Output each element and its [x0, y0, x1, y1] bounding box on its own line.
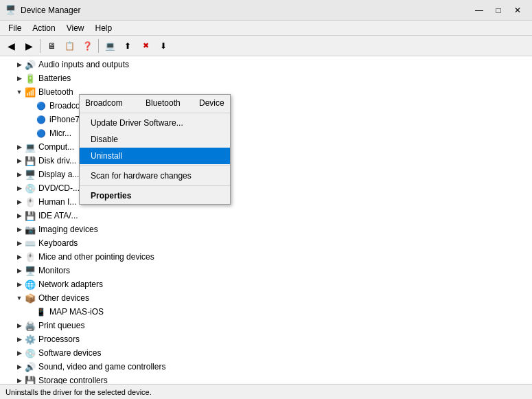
icon-network: 🌐 — [25, 279, 36, 290]
main-content: ▶ 🔊 Audio inputs and outputs ▶ 🔋 Batteri… — [0, 56, 532, 384]
minimize-button[interactable]: — — [470, 3, 488, 17]
menu-action[interactable]: Action — [27, 22, 60, 34]
icon-display: 🖥️ — [25, 169, 36, 180]
menu-view[interactable]: View — [61, 22, 90, 34]
toolbar-download[interactable]: ⬇ — [155, 38, 172, 54]
label-print: Print queues — [38, 321, 84, 330]
toolbar-forward[interactable]: ▶ — [21, 38, 37, 54]
tree-item-imaging[interactable]: ▶ 📷 Imaging devices — [0, 223, 532, 236]
expand-arrow-hid: ▶ — [14, 196, 25, 207]
menu-bar: File Action View Help — [0, 21, 532, 36]
icon-print: 🖨️ — [25, 320, 36, 331]
label-processors: Processors — [38, 334, 80, 344]
title-bar-left: 🖥️ Device Manager — [5, 5, 80, 16]
icon-broadcom: 🔵 — [36, 100, 47, 111]
label-iphone7: iPhone7 — [49, 115, 80, 124]
tree-item-processors[interactable]: ▶ ⚙️ Processors — [0, 332, 532, 346]
tree-item-network[interactable]: ▶ 🌐 Network adapters — [0, 277, 532, 291]
tree-item-mice[interactable]: ▶ 🖱️ Mice and other pointing devices — [0, 250, 532, 264]
toolbar-uninstall[interactable]: ✖ — [137, 38, 154, 54]
expand-arrow-audio: ▶ — [14, 59, 25, 70]
context-menu-separator-0 — [80, 113, 230, 113]
tree-item-monitors[interactable]: ▶ 🖥️ Monitors — [0, 264, 532, 277]
expand-arrow-sound: ▶ — [14, 361, 25, 372]
toolbar-back[interactable]: ◀ — [3, 38, 19, 54]
status-bar: Uninstalls the driver for the selected d… — [0, 384, 532, 399]
icon-microsoft-bt: 🔵 — [36, 128, 47, 139]
toolbar-separator-1 — [40, 39, 41, 53]
close-button[interactable]: ✕ — [509, 3, 527, 17]
tree-item-sound[interactable]: ▶ 🔊 Sound, video and game controllers — [0, 360, 532, 374]
icon-batteries: 🔋 — [25, 73, 36, 84]
label-batteries: Batteries — [38, 73, 71, 83]
icon-hid: 🖱️ — [25, 196, 36, 207]
icon-storage: 💾 — [25, 375, 36, 384]
expand-arrow-computer: ▶ — [14, 141, 25, 152]
tree-item-software[interactable]: ▶ 💿 Software devices — [0, 346, 532, 360]
icon-sound: 🔊 — [25, 361, 36, 372]
context-menu-header: Broadcom Bluetooth Device — [80, 95, 230, 111]
tree-item-batteries[interactable]: ▶ 🔋 Batteries — [0, 71, 532, 85]
context-menu-uninstall[interactable]: Uninstall — [80, 148, 230, 164]
expand-arrow-broadcom — [25, 100, 36, 111]
title-bar-controls: — □ ✕ — [470, 3, 527, 17]
toolbar-update[interactable]: ⬆ — [119, 38, 136, 54]
toolbar-help[interactable]: ❓ — [79, 38, 95, 54]
expand-arrow-processors: ▶ — [14, 334, 25, 345]
expand-arrow-print: ▶ — [14, 320, 25, 331]
label-imaging: Imaging devices — [38, 225, 98, 234]
menu-file[interactable]: File — [3, 22, 27, 34]
icon-keyboards: ⌨️ — [25, 238, 36, 249]
icon-map-mas: 📱 — [36, 306, 47, 317]
expand-arrow-disk: ▶ — [14, 155, 25, 166]
maximize-button[interactable]: □ — [489, 3, 507, 17]
label-hid: Human I... — [38, 197, 76, 207]
label-network: Network adapters — [38, 280, 103, 289]
toolbar-properties[interactable]: 📋 — [61, 38, 78, 54]
context-menu: Broadcom Bluetooth Device Update Driver … — [79, 94, 231, 205]
tree-item-map-mas[interactable]: 📱 MAP MAS-iOS — [0, 305, 532, 319]
icon-software: 💿 — [25, 347, 36, 358]
icon-iphone7: 🔵 — [36, 114, 47, 125]
app-icon: 🖥️ — [5, 5, 16, 16]
toolbar-driver[interactable]: 💻 — [102, 38, 118, 54]
expand-arrow-iphone7 — [25, 114, 36, 125]
label-keyboards: Keyboards — [38, 238, 78, 248]
tree-item-keyboards[interactable]: ▶ ⌨️ Keyboards — [0, 236, 532, 250]
tree-item-storage[interactable]: ▶ 💾 Storage controllers — [0, 374, 532, 384]
expand-arrow-storage: ▶ — [14, 375, 25, 384]
toolbar-computer[interactable]: 🖥 — [43, 38, 60, 54]
context-menu-scan[interactable]: Scan for hardware changes — [80, 168, 230, 184]
expand-arrow-network: ▶ — [14, 279, 25, 290]
context-header-col3: Device — [199, 98, 224, 108]
label-monitors: Monitors — [38, 266, 70, 275]
context-menu-separator-2 — [80, 185, 230, 186]
expand-arrow-mice: ▶ — [14, 251, 25, 262]
expand-arrow-display: ▶ — [14, 169, 25, 180]
icon-other: 📦 — [25, 293, 36, 304]
context-menu-separator-1 — [80, 166, 230, 166]
tree-item-other[interactable]: ▼ 📦 Other devices — [0, 291, 532, 305]
expand-arrow-monitors: ▶ — [14, 265, 25, 276]
context-header-col1: Broadcom — [85, 98, 140, 108]
expand-arrow-microsoft-bt — [25, 128, 36, 139]
icon-disk: 💾 — [25, 155, 36, 166]
title-bar: 🖥️ Device Manager — □ ✕ — [0, 0, 532, 21]
context-menu-update[interactable]: Update Driver Software... — [80, 115, 230, 131]
title-bar-title: Device Manager — [21, 5, 80, 15]
menu-help[interactable]: Help — [90, 22, 118, 34]
context-menu-disable[interactable]: Disable — [80, 131, 230, 148]
tree-item-print[interactable]: ▶ 🖨️ Print queues — [0, 319, 532, 332]
icon-audio: 🔊 — [25, 59, 36, 70]
label-sound: Sound, video and game controllers — [38, 362, 165, 372]
label-mice: Mice and other pointing devices — [38, 252, 154, 262]
label-microsoft-bt: Micr... — [49, 128, 71, 138]
expand-arrow-software: ▶ — [14, 347, 25, 358]
icon-dvd: 💿 — [25, 183, 36, 194]
status-text: Uninstalls the driver for the selected d… — [5, 388, 152, 396]
tree-item-audio[interactable]: ▶ 🔊 Audio inputs and outputs — [0, 58, 532, 71]
context-menu-properties[interactable]: Properties — [80, 187, 230, 204]
label-software: Software devices — [38, 348, 101, 358]
label-bluetooth: Bluetooth — [38, 87, 73, 97]
tree-item-ide[interactable]: ▶ 💾 IDE ATA/... — [0, 209, 532, 223]
